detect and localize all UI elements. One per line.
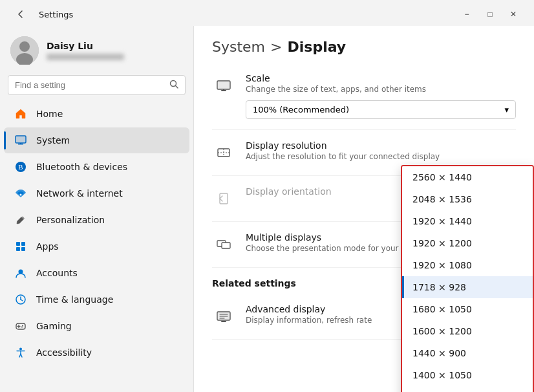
personalization-icon	[14, 213, 27, 226]
dropdown-option-0[interactable]: 2560 × 1440	[402, 166, 533, 188]
dropdown-option-10[interactable]: 1366 × 768	[402, 386, 533, 392]
svg-point-1	[19, 41, 30, 52]
gaming-icon	[14, 320, 27, 332]
sidebar-item-time[interactable]: Time & language	[4, 287, 189, 312]
sidebar-item-label: Network & internet	[36, 188, 123, 199]
sidebar-item-system[interactable]: System	[4, 127, 189, 153]
system-icon	[14, 134, 27, 147]
svg-rect-29	[223, 89, 224, 91]
breadcrumb-parent: System	[212, 39, 265, 55]
svg-rect-38	[221, 321, 226, 322]
right-content: System > Display Scale Change t	[194, 26, 534, 392]
dropdown-option-5[interactable]: 1718 × 928	[402, 276, 533, 298]
scale-value: 100% (Recommended)	[253, 105, 349, 114]
sidebar-item-home[interactable]: Home	[4, 101, 189, 127]
user-info: Daisy Liu	[47, 41, 124, 60]
svg-point-11	[20, 194, 22, 196]
maximize-button[interactable]: □	[480, 5, 500, 23]
sidebar-item-accounts[interactable]: Accounts	[4, 260, 189, 286]
orientation-icon	[212, 188, 235, 211]
search-icon	[169, 80, 178, 91]
dropdown-option-7[interactable]: 1600 × 1200	[402, 320, 533, 342]
svg-rect-6	[16, 136, 25, 142]
svg-text:B: B	[18, 163, 23, 171]
bluetooth-icon: B	[14, 160, 27, 173]
svg-rect-13	[21, 242, 25, 246]
svg-rect-8	[20, 143, 21, 144]
svg-line-19	[21, 299, 23, 301]
svg-line-4	[176, 86, 178, 89]
nav-list: Home System B	[0, 100, 193, 366]
app-title: Settings	[39, 10, 73, 19]
advanced-display-icon	[212, 305, 235, 329]
sidebar-item-label: Home	[36, 109, 63, 119]
dropdown-option-1[interactable]: 2048 × 1536	[402, 188, 533, 210]
sidebar-item-label: Accounts	[36, 268, 78, 278]
svg-point-23	[22, 325, 23, 327]
search-box[interactable]	[8, 75, 186, 95]
svg-rect-14	[16, 247, 20, 251]
network-icon	[14, 187, 27, 200]
svg-point-25	[19, 348, 22, 351]
dropdown-option-9[interactable]: 1400 × 1050	[402, 364, 533, 386]
sidebar-item-gaming[interactable]: Gaming	[4, 313, 189, 339]
sidebar-item-label: Bluetooth & devices	[36, 162, 127, 172]
scale-text: Scale Change the size of text, apps, and…	[246, 73, 516, 119]
back-button[interactable]	[10, 5, 31, 23]
sidebar-item-label: Accessibility	[36, 347, 92, 358]
sidebar: Daisy Liu Home	[0, 26, 194, 392]
apps-icon	[14, 240, 27, 253]
sidebar-item-label: Personalization	[36, 215, 105, 225]
title-bar: Settings − □ ✕	[0, 0, 534, 26]
sidebar-item-label: Apps	[36, 241, 59, 252]
scale-desc: Change the size of text, apps, and other…	[246, 85, 516, 94]
svg-rect-27	[218, 82, 230, 89]
resolution-dropdown-overlay[interactable]: 2560 × 1440 2048 × 1536 1920 × 1440 1920…	[401, 165, 534, 392]
multiple-displays-icon	[212, 234, 235, 257]
user-name: Daisy Liu	[47, 41, 124, 51]
page-header: System > Display	[194, 26, 534, 63]
breadcrumb-separator: >	[270, 39, 282, 55]
dropdown-option-2[interactable]: 1920 × 1440	[402, 210, 533, 232]
dropdown-arrow: ▾	[504, 105, 509, 114]
accounts-icon	[14, 267, 27, 279]
svg-rect-33	[220, 193, 228, 204]
sidebar-item-label: Time & language	[36, 294, 113, 305]
resolution-title: Display resolution	[246, 140, 516, 151]
minimize-button[interactable]: −	[456, 5, 477, 23]
sidebar-item-label: Gaming	[36, 321, 72, 331]
home-icon	[14, 107, 27, 120]
dropdown-option-3[interactable]: 1920 × 1200	[402, 232, 533, 254]
sidebar-item-bluetooth[interactable]: B Bluetooth & devices	[4, 154, 189, 180]
resolution-text: Display resolution Adjust the resolution…	[246, 140, 516, 161]
close-button[interactable]: ✕	[503, 5, 524, 23]
svg-rect-15	[21, 247, 25, 251]
title-bar-left: Settings	[10, 5, 73, 23]
accessibility-icon	[14, 346, 27, 359]
scale-dropdown[interactable]: 100% (Recommended) ▾	[246, 100, 516, 119]
main-content: Daisy Liu Home	[0, 26, 534, 392]
breadcrumb: System > Display	[212, 39, 516, 55]
scale-icon	[212, 74, 235, 98]
sidebar-item-accessibility[interactable]: Accessibility	[4, 340, 189, 365]
user-email	[47, 54, 124, 60]
scale-setting: Scale Change the size of text, apps, and…	[212, 63, 516, 130]
dropdown-option-8[interactable]: 1440 × 900	[402, 342, 533, 364]
sidebar-item-network[interactable]: Network & internet	[4, 180, 189, 206]
time-icon	[14, 293, 27, 306]
sidebar-item-label: System	[36, 135, 70, 146]
user-section: Daisy Liu	[0, 26, 193, 72]
dropdown-option-4[interactable]: 1920 × 1080	[402, 254, 533, 276]
sidebar-item-apps[interactable]: Apps	[4, 234, 189, 259]
breadcrumb-current: Display	[287, 39, 346, 55]
resolution-icon	[212, 142, 235, 165]
dropdown-option-6[interactable]: 1680 × 1050	[402, 298, 533, 320]
svg-rect-35	[222, 243, 230, 248]
avatar	[10, 36, 39, 65]
svg-point-24	[21, 327, 23, 328]
window-controls: − □ ✕	[456, 5, 524, 23]
svg-rect-12	[16, 242, 20, 246]
sidebar-item-personalization[interactable]: Personalization	[4, 207, 189, 233]
resolution-desc: Adjust the resolution to fit your connec…	[246, 152, 516, 161]
search-input[interactable]	[15, 80, 164, 90]
